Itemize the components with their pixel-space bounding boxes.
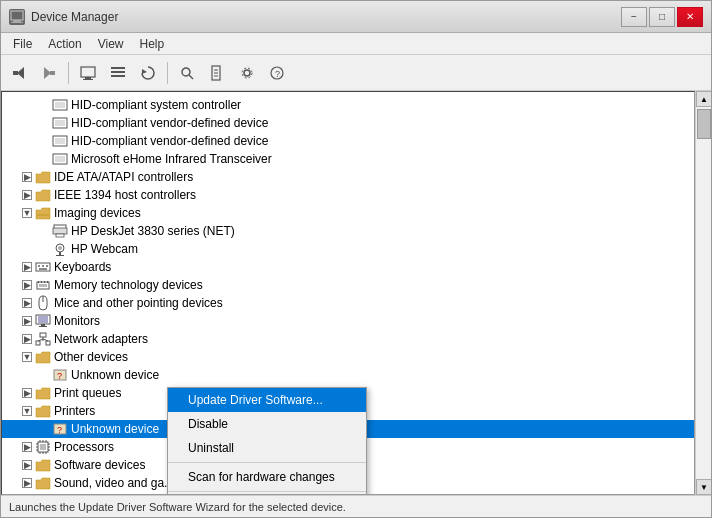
toolbar: ? [1, 55, 711, 91]
tree-label: HID-compliant vendor-defined device [71, 116, 268, 130]
svg-rect-48 [41, 281, 42, 283]
tree-item-hid3[interactable]: HID-compliant vendor-defined device [2, 132, 694, 150]
svg-rect-34 [53, 228, 67, 234]
collapse-icon: ▶ [22, 334, 32, 344]
toolbar-doc-btn[interactable] [203, 59, 231, 87]
tree-label: HP DeskJet 3830 series (NET) [71, 224, 235, 238]
svg-rect-25 [55, 102, 65, 108]
expand-icon: ▼ [22, 406, 32, 416]
window-icon [9, 9, 25, 25]
toolbar-help-btn[interactable]: ? [263, 59, 291, 87]
tree-item-ms-infrared[interactable]: Microsoft eHome Infrared Transceiver [2, 150, 694, 168]
collapse-icon: ▶ [22, 388, 32, 398]
monitor-icon [35, 313, 51, 329]
unknown-device-icon: ? [52, 367, 68, 383]
context-update-driver[interactable]: Update Driver Software... [168, 388, 366, 412]
title-bar-buttons: − □ ✕ [621, 7, 703, 27]
printers-icon [35, 403, 51, 419]
device-icon [52, 133, 68, 149]
tree-label: HID-compliant system controller [71, 98, 241, 112]
svg-point-14 [182, 68, 190, 76]
context-uninstall[interactable]: Uninstall [168, 436, 366, 460]
tree-item-keyboards[interactable]: ▶ Keyboards [2, 258, 694, 276]
tree-item-hp-deskjet[interactable]: HP DeskJet 3830 series (NET) [2, 222, 694, 240]
context-disable-label: Disable [188, 417, 228, 431]
toolbar-search-btn[interactable] [173, 59, 201, 87]
svg-rect-53 [38, 316, 48, 323]
main-area: HID-compliant system controller HID-comp… [1, 91, 711, 495]
tree-item-unknown1[interactable]: ? Unknown device [2, 366, 694, 384]
other-folder-icon [35, 349, 51, 365]
tree-panel[interactable]: HID-compliant system controller HID-comp… [1, 91, 695, 495]
toolbar-list-btn[interactable] [104, 59, 132, 87]
svg-rect-38 [59, 252, 61, 255]
toolbar-sep-1 [68, 62, 69, 84]
collapse-icon: ▶ [22, 478, 32, 488]
tree-item-ide[interactable]: ▶ IDE ATA/ATAPI controllers [2, 168, 694, 186]
tree-item-hid2[interactable]: HID-compliant vendor-defined device [2, 114, 694, 132]
menu-help[interactable]: Help [132, 35, 173, 53]
maximize-button[interactable]: □ [649, 7, 675, 27]
back-button[interactable] [5, 59, 33, 87]
svg-rect-43 [46, 265, 48, 267]
scrollbar-down-btn[interactable]: ▼ [696, 479, 711, 495]
svg-rect-12 [111, 75, 125, 77]
tree-label: Print queues [54, 386, 121, 400]
close-button[interactable]: ✕ [677, 7, 703, 27]
menu-file[interactable]: File [5, 35, 40, 53]
spacer [38, 369, 50, 381]
mouse-icon [35, 295, 51, 311]
processor-icon [35, 439, 51, 455]
scrollbar-thumb[interactable] [697, 109, 711, 139]
svg-rect-54 [41, 324, 45, 326]
svg-rect-39 [56, 255, 64, 256]
device-icon [52, 97, 68, 113]
menu-action[interactable]: Action [40, 35, 89, 53]
tree-item-mice[interactable]: ▶ Mice and other pointing devices [2, 294, 694, 312]
toolbar-refresh-btn[interactable] [134, 59, 162, 87]
tree-item-hp-webcam[interactable]: HP Webcam [2, 240, 694, 258]
software-icon [35, 457, 51, 473]
toolbar-gear-btn[interactable] [233, 59, 261, 87]
svg-marker-5 [44, 67, 51, 79]
folder-icon [35, 169, 51, 185]
tree-item-imaging[interactable]: ▼ Imaging devices [2, 204, 694, 222]
forward-button[interactable] [35, 59, 63, 87]
tree-label: Microsoft eHome Infrared Transceiver [71, 152, 272, 166]
window-title: Device Manager [31, 10, 118, 24]
svg-rect-67 [40, 444, 46, 450]
svg-rect-9 [83, 79, 93, 80]
device-manager-window: Device Manager − □ ✕ File Action View He… [0, 0, 712, 518]
tree-label: Unknown device [71, 422, 159, 436]
context-scan[interactable]: Scan for hardware changes [168, 465, 366, 489]
device-icon [52, 115, 68, 131]
tree-label: Memory technology devices [54, 278, 203, 292]
toolbar-sep-2 [167, 62, 168, 84]
svg-rect-6 [50, 71, 55, 75]
collapse-icon: ▶ [22, 190, 32, 200]
svg-rect-1 [13, 20, 21, 22]
toolbar-computer-btn[interactable] [74, 59, 102, 87]
scrollbar-track[interactable] [696, 107, 711, 479]
svg-line-15 [189, 75, 193, 79]
svg-marker-13 [142, 69, 147, 74]
tree-item-hid1[interactable]: HID-compliant system controller [2, 96, 694, 114]
tree-item-monitors[interactable]: ▶ Monitors [2, 312, 694, 330]
context-disable[interactable]: Disable [168, 412, 366, 436]
scrollbar-up-btn[interactable]: ▲ [696, 91, 711, 107]
collapse-icon: ▶ [22, 298, 32, 308]
expand-icon: ▼ [22, 352, 32, 362]
tree-item-other[interactable]: ▼ Other devices [2, 348, 694, 366]
tree-label: Unknown device [71, 368, 159, 382]
svg-point-37 [58, 246, 62, 250]
menu-view[interactable]: View [90, 35, 132, 53]
svg-rect-27 [55, 120, 65, 126]
collapse-icon: ▶ [22, 172, 32, 182]
context-scan-label: Scan for hardware changes [188, 470, 335, 484]
svg-rect-42 [42, 265, 44, 267]
svg-rect-4 [13, 71, 18, 75]
tree-item-memory[interactable]: ▶ Memory technology devices [2, 276, 694, 294]
tree-item-network[interactable]: ▶ Network adapters [2, 330, 694, 348]
tree-item-ieee[interactable]: ▶ IEEE 1394 host controllers [2, 186, 694, 204]
minimize-button[interactable]: − [621, 7, 647, 27]
